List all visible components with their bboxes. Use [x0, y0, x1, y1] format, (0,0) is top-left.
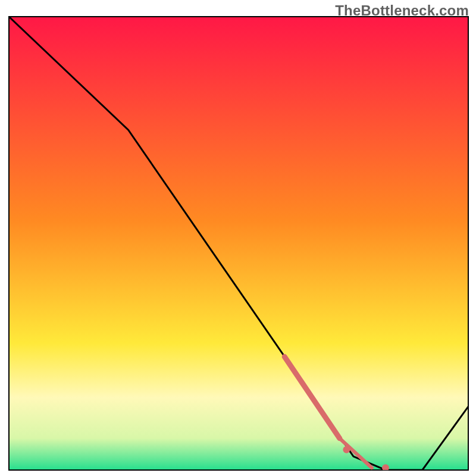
highlight-segment-thin — [340, 439, 372, 468]
highlight-dot — [343, 446, 350, 453]
highlight-dot — [382, 464, 389, 470]
watermark-text: TheBottleneck.com — [335, 2, 469, 19]
chart-line-layer — [9, 17, 468, 470]
highlight-segment-thick — [284, 357, 340, 439]
main-curve — [9, 17, 468, 470]
highlight-dots — [343, 446, 389, 470]
